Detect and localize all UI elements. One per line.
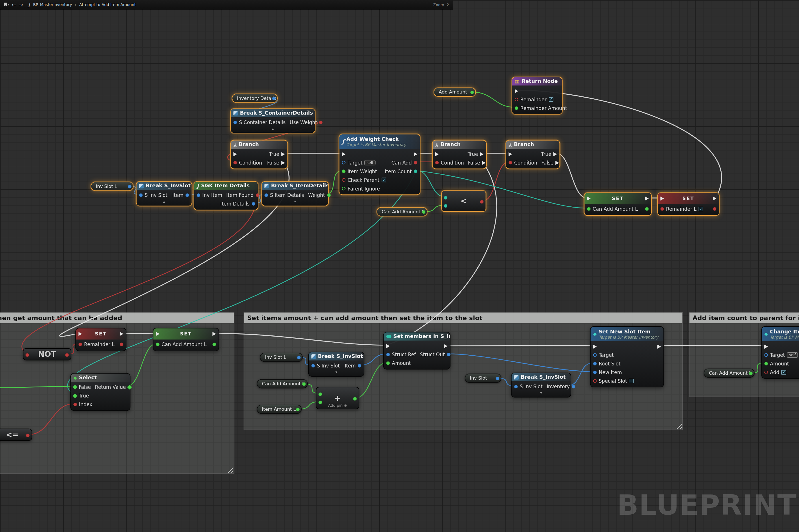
exec-pin[interactable] (482, 160, 486, 165)
exec-pin[interactable] (593, 344, 597, 348)
pin-can-add-amount-l[interactable] (749, 371, 752, 375)
pin-return-value[interactable] (127, 385, 132, 390)
pin-can-add-amount-l-out[interactable] (212, 343, 216, 346)
collapse-chevron-icon[interactable]: ▾ (309, 370, 364, 375)
pin-new-item[interactable] (593, 370, 597, 374)
checkbox[interactable]: ✓ (548, 97, 553, 102)
break-s-invslot-1[interactable]: Break S_InvSlotS Inv SlotItem▴ (136, 181, 192, 206)
branch-1[interactable]: YBranchTrueConditionFalse (230, 140, 288, 169)
pin-s-item-details[interactable] (265, 193, 268, 197)
comment-title[interactable]: Set items amount + can add amount then s… (244, 312, 683, 323)
pin-remainder-l-out[interactable] (713, 207, 716, 211)
pin-can-add-amount-l[interactable] (422, 210, 425, 213)
pin-can-add[interactable] (414, 161, 417, 164)
comment-title[interactable]: hen get amount that can be added (0, 312, 234, 323)
pin-true[interactable] (73, 394, 77, 398)
sgk-item-details[interactable]: ƒSGK Item DetailsInv ItemItem FoundItem … (194, 181, 258, 210)
add-op[interactable]: +Add pin ⊕ (316, 387, 359, 409)
add-pin-button[interactable]: Add pin ⊕ (316, 403, 359, 408)
add-amount-get[interactable]: Add Amount (434, 88, 476, 97)
collapse-chevron-icon[interactable]: ▾ (511, 391, 571, 396)
pin-inv-slot-l[interactable] (128, 185, 131, 188)
exec-pin[interactable] (156, 332, 160, 336)
add-weight-check[interactable]: ƒAdd Weight CheckTarget is BP Master Inv… (339, 134, 420, 195)
pin-inventory[interactable] (572, 385, 575, 388)
set-remainder-l-1[interactable]: SETRemainder L✓ (657, 192, 720, 216)
back-button[interactable]: ← (12, 2, 16, 7)
pin-item-count[interactable] (414, 169, 417, 173)
exec-pin[interactable] (657, 344, 661, 348)
pin-pin[interactable] (319, 400, 322, 404)
pin-remainder-amount[interactable] (515, 107, 518, 110)
exec-pin[interactable] (509, 152, 512, 156)
exec-pin[interactable] (386, 344, 390, 348)
pin-remainder-l[interactable] (78, 343, 82, 346)
pin-amount[interactable] (386, 361, 390, 365)
exec-pin[interactable] (281, 160, 285, 165)
pin-parent-ignore[interactable] (342, 187, 345, 190)
bookmark-menu-button[interactable]: ▾ (4, 3, 9, 7)
pin-weight[interactable] (327, 193, 331, 197)
pin-s-inv-slot[interactable] (514, 385, 517, 388)
pin-item[interactable] (185, 193, 189, 197)
collapse-chevron-icon[interactable]: ▴ (231, 127, 315, 131)
exec-pin[interactable] (120, 332, 123, 336)
branch-3[interactable]: YBranchTrueConditionFalse (505, 140, 560, 169)
pin-can-add-amount-l[interactable] (156, 343, 160, 346)
pin-condition[interactable] (234, 161, 237, 164)
pin-item-weight[interactable] (342, 169, 345, 173)
pin-item-details[interactable] (252, 202, 255, 206)
checkbox[interactable]: ✓ (781, 370, 786, 375)
pin-add[interactable] (764, 370, 768, 374)
pin-can-add-amount-l[interactable] (587, 207, 591, 211)
pin-item[interactable] (358, 364, 361, 367)
select-node[interactable]: ◆SelectFalseReturn ValueTrueIndex (70, 373, 130, 411)
checkbox[interactable]: ✓ (381, 177, 386, 183)
exec-pin[interactable] (515, 89, 518, 93)
break-s-itemdetails[interactable]: Break S_ItemDetailsS Item DetailsWeight▾ (261, 181, 329, 206)
pin-struct-out[interactable] (447, 353, 450, 356)
pin-remainder-l-out[interactable] (120, 343, 123, 346)
pin-can-add-amount-l-out[interactable] (645, 207, 649, 211)
exec-pin[interactable] (764, 344, 768, 348)
can-add-amount-l-get-3[interactable]: Can Add Amount L (704, 368, 755, 378)
comment-title[interactable]: Add item count to parent for it (689, 312, 799, 323)
break-s-invslot-2[interactable]: Break S_InvSlotS Inv SlotItem▾ (308, 352, 364, 377)
set-can-add-amount-l-1[interactable]: SETCan Add Amount L (584, 192, 652, 216)
pin-check-parent[interactable] (342, 178, 345, 182)
pin-remainder[interactable] (515, 98, 518, 101)
exec-pin[interactable] (435, 152, 439, 156)
inv-slot-l-get-2[interactable]: Inv Slot L (260, 353, 303, 362)
exec-pin[interactable] (587, 196, 591, 201)
pin-pin[interactable] (444, 196, 447, 199)
pin-use-weight[interactable] (319, 121, 323, 124)
collapse-chevron-icon[interactable]: ▾ (262, 200, 328, 204)
exec-pin[interactable] (713, 196, 716, 201)
pin-root-slot[interactable] (593, 362, 597, 365)
break-s-invslot-3[interactable]: Break S_InvSlotS Inv SlotInventory▾ (511, 373, 571, 398)
can-add-amount-l-get-2[interactable]: Can Add Amount L (257, 379, 308, 388)
exec-pin[interactable] (660, 196, 664, 201)
pin-item-found[interactable] (256, 193, 259, 197)
exec-pin[interactable] (556, 160, 559, 165)
set-new-slot-item[interactable]: ◆Set New Slot ItemTarget is BP Master In… (590, 326, 664, 387)
exec-pin[interactable] (342, 152, 345, 156)
forward-button[interactable]: → (19, 2, 23, 7)
pin-condition[interactable] (509, 161, 512, 164)
pin-condition[interactable] (435, 161, 439, 164)
item-amount-l-get[interactable]: Item Amount L (257, 405, 302, 414)
set-members-s-invitem[interactable]: Set members in S_InvItemStruct RefStruct… (383, 332, 451, 369)
set-remainder-l-2[interactable]: SETRemainder L (75, 328, 126, 351)
inv-slot-get[interactable]: Inv Slot (465, 374, 501, 383)
pin-s-inv-slot[interactable] (311, 364, 315, 367)
pin-inv-slot-l[interactable] (297, 356, 301, 359)
pin-index[interactable] (73, 403, 77, 406)
less-than-op[interactable]: < (441, 191, 486, 212)
collapse-chevron-icon[interactable]: ▴ (137, 200, 192, 204)
not-op[interactable]: NOT (23, 348, 71, 360)
break-s-containerdetails[interactable]: Break S_ContainerDetailsS Container Deta… (230, 109, 315, 133)
pin-struct-ref[interactable] (386, 353, 390, 356)
inv-slot-l-get-1[interactable]: Inv Slot L (91, 182, 133, 191)
branch-2[interactable]: YBranchTrueConditionFalse (432, 140, 487, 169)
breadcrumb-current[interactable]: Attempt to Add Item Amount (79, 2, 136, 7)
